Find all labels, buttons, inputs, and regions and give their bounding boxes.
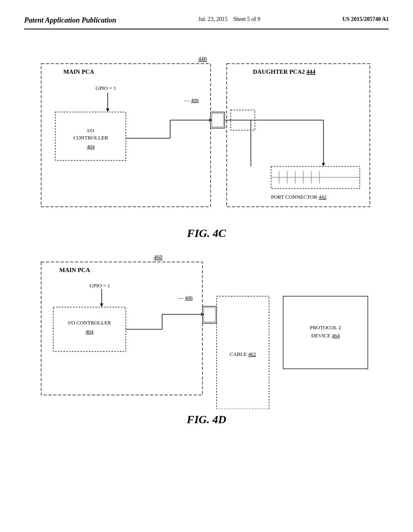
svg-rect-38 xyxy=(202,306,217,323)
io-controller-label-4c: I/O xyxy=(87,127,94,133)
svg-rect-39 xyxy=(204,308,215,322)
fig4c-section: 440 MAIN PCA GPIO = 1 I/O CONTROLLER 404 xyxy=(24,54,389,240)
protocol-device-label-4d: PROTOCOL 2 xyxy=(310,324,341,330)
port-connector-label-4c: PORT CONNECTOR 442 xyxy=(271,194,326,200)
cable-label-4d: CABLE 462 xyxy=(229,351,256,357)
connector-ref-4c: — 406 xyxy=(184,97,199,103)
publication-date-sheet: Jul. 23, 2015 Sheet 5 of 9 xyxy=(198,16,261,23)
connector-ref-4d: — 406 xyxy=(178,295,193,301)
svg-marker-18 xyxy=(322,163,325,166)
fig4c-label: FIG. 4C xyxy=(24,227,389,240)
svg-rect-29 xyxy=(41,262,202,395)
svg-text:DEVICE 464: DEVICE 464 xyxy=(311,332,340,339)
main-pca-label-4c: MAIN PCA xyxy=(63,69,94,75)
svg-marker-3 xyxy=(106,108,109,112)
fig4d-section: 460 MAIN PCA GPIO = 1 I/O CONTROLLER 404 xyxy=(24,252,389,426)
gpio-label-4c: GPIO = 1 xyxy=(96,85,116,91)
sheet-info: Sheet 5 of 9 xyxy=(233,16,260,22)
svg-text:460: 460 xyxy=(154,254,163,260)
svg-rect-13 xyxy=(227,64,370,207)
svg-text:440: 440 xyxy=(198,56,207,62)
svg-marker-31 xyxy=(100,303,103,307)
svg-text:CONTROLLER: CONTROLLER xyxy=(73,135,108,141)
svg-text:404: 404 xyxy=(87,143,95,150)
svg-text:404: 404 xyxy=(86,328,94,335)
publication-title: Patent Application Publication xyxy=(24,16,116,25)
fig4d-diagram: 460 MAIN PCA GPIO = 1 I/O CONTROLLER 404 xyxy=(33,252,380,409)
gpio-label-4d: GPIO = 1 xyxy=(90,283,110,289)
fig4d-label: FIG. 4D xyxy=(24,413,389,426)
publication-number: US 2015/205740 A1 xyxy=(342,16,389,23)
fig4c-diagram: 440 MAIN PCA GPIO = 1 I/O CONTROLLER 404 xyxy=(33,54,380,223)
page-header: Patent Application Publication Jul. 23, … xyxy=(24,16,389,29)
page: Patent Application Publication Jul. 23, … xyxy=(0,0,413,532)
main-pca-label-4d: MAIN PCA xyxy=(59,267,90,273)
io-controller-label-4d: I/O CONTROLLER xyxy=(68,320,111,326)
publication-date: Jul. 23, 2015 xyxy=(198,16,227,22)
svg-rect-11 xyxy=(211,112,225,128)
svg-rect-12 xyxy=(212,113,223,127)
daughter-pca-label-4c: DAUGHTER PCA2 444 xyxy=(253,69,316,75)
